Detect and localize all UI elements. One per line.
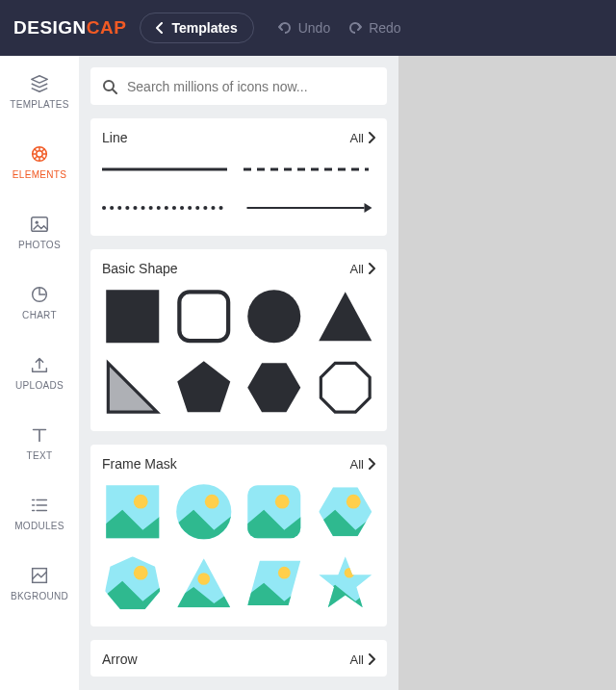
templates-button[interactable]: Templates — [140, 13, 253, 43]
svg-point-3 — [36, 220, 38, 223]
section-title: Basic Shape — [102, 261, 178, 276]
uploads-icon — [29, 354, 50, 375]
frame-circle[interactable] — [173, 481, 235, 543]
sidebar-label: PHOTOS — [18, 240, 61, 250]
sidebar-item-templates[interactable]: TEMPLATES — [0, 56, 79, 126]
templates-icon — [29, 73, 50, 94]
frame-parallelogram[interactable] — [244, 552, 305, 614]
chart-icon — [29, 284, 50, 305]
elements-panel[interactable]: Line All Basic Shape — [79, 56, 398, 690]
chevron-left-icon — [156, 22, 164, 34]
bkground-icon — [29, 565, 50, 586]
shape-circle[interactable] — [244, 286, 305, 347]
sidebar-item-photos[interactable]: PHOTOS — [0, 196, 79, 267]
section-arrow: Arrow All — [90, 640, 387, 677]
section-title: Frame Mask — [102, 456, 177, 472]
frame-rounded[interactable] — [244, 481, 305, 543]
sidebar-item-uploads[interactable]: UPLOADS — [0, 337, 79, 407]
sidebar-label: CHART — [22, 310, 57, 320]
sidebar-item-modules[interactable]: MODULES — [0, 477, 79, 548]
sidebar-label: TEXT — [27, 450, 53, 461]
section-basic-shape: Basic Shape All — [90, 249, 387, 431]
sidebar-item-text[interactable]: TEXT — [0, 407, 79, 477]
frame-triangle[interactable] — [173, 552, 235, 614]
section-all-link[interactable]: All — [350, 131, 375, 145]
svg-point-32 — [344, 567, 354, 577]
section-all-link[interactable]: All — [350, 457, 375, 472]
all-label: All — [350, 457, 364, 472]
undo-button[interactable]: Undo — [277, 20, 330, 36]
redo-label: Redo — [369, 20, 400, 36]
sidebar-label: ELEMENTS — [13, 169, 66, 180]
chevron-right-icon — [368, 458, 375, 470]
frame-star[interactable] — [315, 552, 376, 614]
elements-icon — [29, 143, 50, 165]
section-title: Line — [102, 130, 127, 145]
svg-point-24 — [346, 495, 360, 509]
frame-square[interactable] — [102, 481, 164, 543]
undo-redo-group: Undo Redo — [277, 20, 419, 36]
svg-point-30 — [278, 566, 291, 578]
svg-rect-11 — [106, 290, 159, 343]
redo-button[interactable]: Redo — [347, 20, 400, 36]
topbar: DESIGNCAP Templates Undo Redo — [0, 0, 616, 56]
undo-icon — [277, 20, 293, 36]
sidebar-item-bkground[interactable]: BKGROUND — [0, 548, 79, 618]
chevron-right-icon — [368, 263, 375, 274]
line-dotted[interactable] — [102, 193, 234, 222]
sidebar-item-elements[interactable]: ELEMENTS — [0, 126, 79, 196]
modules-icon — [29, 495, 50, 516]
shape-pentagon[interactable] — [173, 357, 235, 419]
shape-rounded-square[interactable] — [173, 286, 235, 347]
sidebar-label: UPLOADS — [15, 380, 64, 391]
frame-hexagon[interactable] — [315, 481, 376, 543]
all-label: All — [350, 262, 364, 276]
search-input[interactable] — [127, 79, 375, 94]
section-title: Arrow — [102, 652, 138, 667]
all-label: All — [350, 652, 364, 667]
svg-point-26 — [134, 565, 148, 579]
logo-text-2: CAP — [87, 17, 127, 38]
sidebar-item-chart[interactable]: CHART — [0, 267, 79, 337]
sidebar-label: TEMPLATES — [10, 99, 68, 110]
section-line: Line All — [90, 118, 387, 236]
line-dashed[interactable] — [244, 155, 375, 184]
section-all-link[interactable]: All — [350, 652, 375, 667]
chevron-right-icon — [368, 653, 375, 665]
logo: DESIGNCAP — [13, 17, 126, 38]
section-all-link[interactable]: All — [350, 262, 375, 276]
svg-rect-31 — [315, 552, 376, 614]
redo-icon — [347, 20, 363, 36]
sidebar-label: BKGROUND — [11, 591, 68, 601]
svg-point-1 — [37, 150, 42, 156]
frame-heptagon[interactable] — [102, 552, 164, 614]
svg-point-28 — [197, 573, 210, 585]
undo-label: Undo — [298, 20, 330, 36]
shape-right-triangle[interactable] — [102, 357, 164, 419]
chevron-right-icon — [368, 132, 375, 143]
canvas-area[interactable] — [398, 56, 616, 690]
templates-label: Templates — [171, 20, 237, 36]
shape-hexagon[interactable] — [244, 357, 305, 419]
shape-octagon[interactable] — [315, 357, 376, 419]
section-frame-mask: Frame Mask All — [90, 445, 387, 626]
svg-point-19 — [204, 495, 218, 509]
svg-rect-12 — [179, 292, 228, 341]
search-icon — [102, 79, 117, 94]
svg-point-16 — [134, 495, 148, 509]
svg-point-13 — [247, 290, 300, 343]
sidebar-label: MODULES — [14, 521, 64, 531]
photos-icon — [29, 214, 50, 235]
search-bar[interactable] — [90, 67, 387, 105]
shape-square[interactable] — [102, 286, 164, 347]
left-sidebar: TEMPLATES ELEMENTS PHOTOS CHART UPLOADS … — [0, 56, 79, 690]
svg-point-22 — [275, 495, 290, 509]
logo-text-1: DESIGN — [13, 17, 87, 38]
all-label: All — [350, 131, 364, 145]
line-solid[interactable] — [102, 155, 234, 184]
line-arrow[interactable] — [244, 193, 375, 222]
shape-triangle[interactable] — [315, 286, 376, 347]
text-icon — [29, 424, 50, 446]
